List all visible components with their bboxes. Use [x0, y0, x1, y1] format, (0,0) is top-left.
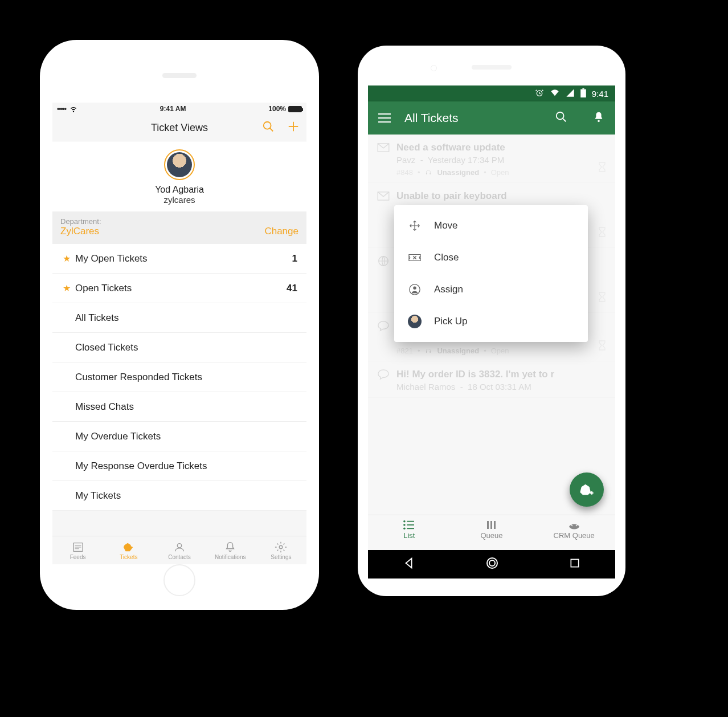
view-my-open-tickets[interactable]: ★My Open Tickets 1 — [52, 244, 306, 274]
bottomnav-list[interactable]: List — [368, 515, 451, 550]
page-title: All Tickets — [404, 111, 541, 125]
tab-label: Contacts — [168, 554, 190, 560]
android-bottom-nav: List Queue CRM Queue — [368, 515, 615, 550]
ios-tab-bar: Feeds Tickets Contacts Notifications Set… — [52, 536, 306, 564]
move-icon — [408, 219, 422, 233]
ticket-time: 18 Oct 03:31 AM — [468, 382, 531, 392]
close-ticket-icon — [408, 251, 422, 264]
ticket-assignee: Unassigned — [437, 347, 479, 355]
tab-label: Tickets — [120, 554, 137, 560]
ticket-id: #848 — [396, 168, 413, 177]
svg-rect-25 — [407, 524, 415, 525]
change-department-button[interactable]: Change — [264, 226, 298, 237]
tab-contacts[interactable]: Contacts — [154, 541, 205, 560]
battery-icon — [580, 88, 586, 99]
search-icon[interactable] — [262, 120, 275, 136]
view-label: My Response Overdue Tickets — [75, 461, 207, 472]
android-system-bar — [368, 550, 615, 579]
recents-button[interactable] — [569, 557, 580, 571]
add-icon[interactable] — [287, 120, 300, 136]
view-count: 41 — [287, 283, 297, 294]
bottomnav-queue[interactable]: Queue — [451, 515, 533, 550]
new-ticket-fab[interactable] — [570, 472, 604, 507]
svg-point-8 — [177, 543, 181, 547]
bell-icon[interactable] — [592, 111, 605, 125]
home-button[interactable] — [163, 564, 195, 596]
view-customer-responded[interactable]: Customer Responded Tickets — [52, 362, 306, 392]
ticket-views-list: ★My Open Tickets 1 ★Open Tickets 41 All … — [52, 244, 306, 511]
svg-point-20 — [413, 287, 416, 290]
view-missed-chats[interactable]: Missed Chats — [52, 392, 306, 422]
profile-name: Yod Agbaria — [52, 185, 306, 195]
globe-icon — [377, 255, 390, 267]
home-button[interactable] — [485, 556, 499, 572]
tab-settings[interactable]: Settings — [256, 541, 306, 560]
menu-assign[interactable]: Assign — [394, 274, 588, 305]
view-my-tickets[interactable]: My Tickets — [52, 481, 306, 511]
svg-line-14 — [563, 119, 566, 122]
svg-point-9 — [280, 545, 283, 549]
view-open-tickets[interactable]: ★Open Tickets 41 — [52, 274, 306, 303]
back-button[interactable] — [403, 557, 415, 572]
menu-pickup[interactable]: Pick Up — [394, 305, 588, 337]
hourglass-icon — [598, 227, 606, 239]
headset-icon — [424, 169, 432, 177]
svg-point-23 — [403, 528, 406, 530]
menu-icon[interactable] — [378, 113, 391, 123]
status-time: 9:41 — [592, 89, 608, 99]
profile-block[interactable]: Yod Agbaria zylcares — [52, 141, 306, 211]
star-icon: ★ — [63, 253, 71, 264]
status-battery-percent: 100% — [268, 105, 286, 113]
ticket-subject: Need a software update — [396, 142, 505, 153]
department-label: Department: — [60, 217, 101, 226]
menu-label: Close — [434, 252, 459, 263]
search-icon[interactable] — [555, 111, 567, 125]
ticket-status: Open — [491, 168, 509, 177]
ticket-subject: Hi! My order ID is 3832. I'm yet to r — [396, 369, 554, 380]
menu-close[interactable]: Close — [394, 242, 588, 274]
view-label: My Overdue Tickets — [75, 431, 161, 442]
profile-org: zylcares — [52, 195, 306, 205]
tab-notifications[interactable]: Notifications — [205, 541, 256, 560]
view-my-response-overdue[interactable]: My Response Overdue Tickets — [52, 451, 306, 481]
ticket-time: Yesterday 17:34 PM — [428, 155, 505, 165]
android-device-frame: 9:41 All Tickets Need a software update … — [358, 46, 625, 596]
svg-point-31 — [489, 560, 495, 566]
view-label: My Tickets — [75, 490, 121, 502]
tab-label: Feeds — [70, 554, 86, 560]
svg-rect-24 — [407, 521, 415, 522]
mail-icon — [377, 190, 390, 202]
svg-line-1 — [270, 128, 273, 132]
view-closed-tickets[interactable]: Closed Tickets — [52, 333, 306, 362]
menu-move[interactable]: Move — [394, 210, 588, 242]
view-label: My Open Tickets — [75, 253, 148, 264]
hourglass-icon — [598, 162, 606, 174]
ticket-row[interactable]: Need a software update Pavz - Yesterday … — [368, 135, 615, 183]
ticket-row[interactable]: Hi! My order ID is 3832. I'm yet to r Mi… — [368, 361, 615, 398]
svg-rect-12 — [582, 88, 584, 89]
view-all-tickets[interactable]: All Tickets — [52, 303, 306, 333]
tab-feeds[interactable]: Feeds — [52, 541, 103, 560]
android-screen: 9:41 All Tickets Need a software update … — [368, 85, 615, 579]
signal-icon — [566, 88, 575, 99]
tab-tickets[interactable]: Tickets — [103, 541, 154, 560]
alarm-icon — [535, 88, 544, 99]
svg-point-0 — [264, 122, 271, 129]
department-value: ZylCares — [60, 226, 101, 237]
ticket-contact: Pavz — [396, 155, 415, 165]
view-my-overdue[interactable]: My Overdue Tickets — [52, 422, 306, 451]
wifi-icon — [69, 105, 77, 113]
view-label: Open Tickets — [75, 283, 132, 294]
svg-point-30 — [487, 558, 497, 568]
chat-icon — [377, 368, 390, 381]
ticket-id: #821 — [396, 347, 413, 355]
chat-icon — [377, 320, 390, 332]
view-label: Customer Responded Tickets — [75, 372, 202, 383]
avatar-icon — [408, 315, 422, 328]
menu-label: Pick Up — [434, 316, 468, 327]
bottomnav-label: CRM Queue — [554, 531, 595, 540]
svg-rect-29 — [494, 521, 496, 529]
wifi-icon — [550, 88, 560, 99]
bottomnav-crm-queue[interactable]: CRM Queue — [533, 515, 615, 550]
svg-point-22 — [403, 524, 406, 526]
